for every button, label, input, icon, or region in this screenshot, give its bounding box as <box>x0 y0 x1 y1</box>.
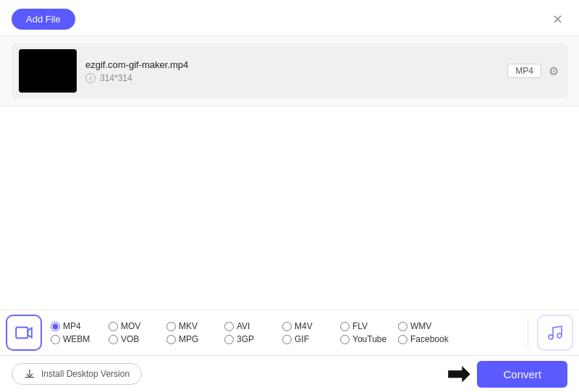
add-file-button[interactable]: Add File <box>12 9 75 30</box>
divider <box>528 318 528 347</box>
format-mov[interactable]: MOV <box>109 321 166 331</box>
file-dimensions: 314*314 <box>100 73 132 83</box>
svg-point-3 <box>557 333 562 338</box>
file-meta: i 314*314 <box>85 73 499 83</box>
file-thumbnail <box>19 49 77 93</box>
bottom-bar: Install Desktop Version ➡ Convert <box>0 356 579 392</box>
format-webm[interactable]: WEBM <box>51 334 109 344</box>
format-avi[interactable]: AVI <box>224 321 282 331</box>
arrow-icon: ➡ <box>447 360 470 388</box>
file-name: ezgif.com-gif-maker.mp4 <box>85 59 499 70</box>
download-icon <box>24 368 35 380</box>
format-m4v[interactable]: M4V <box>282 321 340 331</box>
arrow-convert-group: ➡ Convert <box>447 360 567 388</box>
format-facebook[interactable]: Facebook <box>398 334 456 344</box>
close-button[interactable]: ✕ <box>548 12 567 27</box>
file-item: ezgif.com-gif-maker.mp4 i 314*314 MP4 ⚙ <box>12 43 567 98</box>
format-wmv[interactable]: WMV <box>398 321 456 331</box>
main-content <box>0 106 579 273</box>
format-3gp[interactable]: 3GP <box>224 334 282 344</box>
install-label: Install Desktop Version <box>41 369 130 379</box>
settings-button[interactable]: ⚙ <box>547 63 560 80</box>
convert-button[interactable]: Convert <box>477 361 567 388</box>
file-actions: MP4 ⚙ <box>507 63 560 80</box>
format-area: MP4 MOV MKV AVI M4V FLV <box>0 310 579 356</box>
svg-rect-0 <box>16 327 28 338</box>
format-gif[interactable]: GIF <box>282 334 340 344</box>
install-desktop-button[interactable]: Install Desktop Version <box>12 363 142 385</box>
file-list-area: ezgif.com-gif-maker.mp4 i 314*314 MP4 ⚙ <box>0 36 579 106</box>
format-badge: MP4 <box>507 64 541 78</box>
format-youtube[interactable]: YouTube <box>340 334 398 344</box>
info-icon: i <box>85 73 96 83</box>
file-info: ezgif.com-gif-maker.mp4 i 314*314 <box>85 59 499 83</box>
svg-point-2 <box>549 335 553 339</box>
format-mpg[interactable]: MPG <box>166 334 224 344</box>
format-vob[interactable]: VOB <box>109 334 166 344</box>
video-format-icon[interactable] <box>6 315 42 351</box>
top-bar: Add File ✕ <box>0 0 579 36</box>
svg-marker-1 <box>28 328 31 338</box>
format-mkv[interactable]: MKV <box>166 321 224 331</box>
format-mp4[interactable]: MP4 <box>51 321 109 331</box>
audio-format-button[interactable] <box>537 315 573 351</box>
format-flv[interactable]: FLV <box>340 321 398 331</box>
